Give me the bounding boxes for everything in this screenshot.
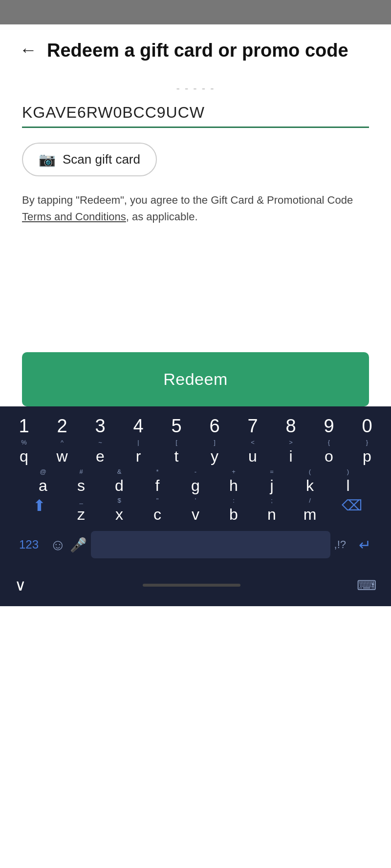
keyboard: 1 2 3 4 5 6 7 8 9 0 %q ^w ~e |r [t ]y <u… [0,406,391,568]
keyboard-row-3: ⬆ _z $x "c 'v :b ;n /m ⌫ [4,497,387,523]
key-3[interactable]: 3 [82,416,118,437]
keyboard-numbers-row: 1 2 3 4 5 6 7 8 9 0 [4,416,387,437]
key-g[interactable]: -g [177,468,214,494]
key-b[interactable]: :b [216,497,252,523]
back-button[interactable]: ← [20,41,37,59]
keyboard-row-2: @a #s &d *f -g +h =j (k )l [4,468,387,494]
gift-card-code-input[interactable] [22,100,369,128]
camera-icon: 📷 [39,151,56,168]
key-s[interactable]: #s [63,468,99,494]
hide-keyboard-button[interactable]: ∨ [15,576,26,594]
content-area: - - - - - 📷 Scan gift card By tapping "R… [0,72,391,225]
keyboard-row-1: %q ^w ~e |r [t ]y <u >i {o }p [4,439,387,465]
bottom-bar: ∨ ⌨ [0,568,391,606]
key-u[interactable]: <u [235,439,271,465]
key-r[interactable]: |r [120,439,156,465]
header: ← Redeem a gift card or promo code [0,24,391,72]
backspace-key[interactable]: ⌫ [330,497,374,523]
key-t[interactable]: [t [158,439,195,465]
emoji-key[interactable]: ☺ [50,536,66,554]
punctuation-key[interactable]: ,!? [334,538,346,551]
terms-link[interactable]: Terms and Conditions [22,211,126,223]
terms-text: By tapping "Redeem", you agree to the Gi… [22,192,369,225]
key-v[interactable]: 'v [177,497,214,523]
key-c[interactable]: "c [139,497,175,523]
key-1[interactable]: 1 [6,416,42,437]
key-9[interactable]: 9 [311,416,347,437]
scroll-indicator [143,584,240,587]
key-5[interactable]: 5 [158,416,195,437]
code-input-wrap [22,100,369,128]
key-o[interactable]: {o [311,439,347,465]
key-e[interactable]: ~e [82,439,118,465]
terms-suffix: , as applicable. [126,211,198,223]
key-i[interactable]: >i [273,439,309,465]
keyboard-icon: ⌨ [357,577,376,593]
key-2[interactable]: 2 [44,416,80,437]
key-x[interactable]: $x [101,497,137,523]
key-y[interactable]: ]y [196,439,233,465]
spacer [0,245,391,352]
redeem-button[interactable]: Redeem [22,352,369,406]
page-title: Redeem a gift card or promo code [47,39,348,63]
key-8[interactable]: 8 [273,416,309,437]
space-key[interactable] [91,531,330,558]
key-p[interactable]: }p [349,439,385,465]
key-z[interactable]: _z [63,497,99,523]
terms-prefix: By tapping "Redeem", you agree to the Gi… [22,194,353,206]
scan-gift-card-button[interactable]: 📷 Scan gift card [22,143,157,176]
key-k[interactable]: (k [292,468,328,494]
key-m[interactable]: /m [292,497,328,523]
faded-hint: - - - - - [22,82,369,95]
key-n[interactable]: ;n [254,497,290,523]
key-0[interactable]: 0 [349,416,385,437]
key-123[interactable]: 123 [12,538,46,551]
key-h[interactable]: +h [216,468,252,494]
key-w[interactable]: ^w [44,439,80,465]
key-6[interactable]: 6 [196,416,233,437]
key-f[interactable]: *f [139,468,175,494]
key-4[interactable]: 4 [120,416,156,437]
key-j[interactable]: =j [254,468,290,494]
keyboard-bottom-row: 123 ☺ 🎤 ,!? ↵ [4,526,387,568]
enter-key[interactable]: ↵ [350,536,379,553]
key-d[interactable]: &d [101,468,137,494]
scan-button-label: Scan gift card [63,152,140,167]
key-7[interactable]: 7 [235,416,271,437]
shift-key[interactable]: ⬆ [17,497,61,523]
key-q[interactable]: %q [6,439,42,465]
key-a[interactable]: @a [25,468,61,494]
key-l[interactable]: )l [330,468,366,494]
status-bar [0,0,391,24]
mic-key[interactable]: 🎤 [70,537,87,553]
